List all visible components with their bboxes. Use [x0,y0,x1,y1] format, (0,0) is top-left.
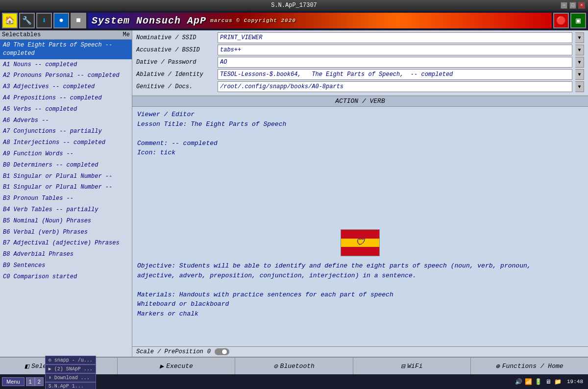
form-input-2[interactable] [218,57,572,68]
sidebar-item-a0[interactable]: A0 The Eight Parts of Speech -- complete… [0,40,132,59]
app-title-banner: System Nonsuch ApP marcus © Copyright 20… [88,13,552,28]
bottom-btn-3[interactable]: ⊟WiFi [353,358,471,374]
viewer-line-10 [137,215,583,225]
sidebar-list: A0 The Eight Parts of Speech -- complete… [0,40,132,283]
taskbar-menu-button[interactable]: Menu [2,377,24,386]
sidebar-header-me: Me [115,31,130,38]
viewer-header: Viewer / Editor [137,110,583,120]
form-input-arrow-4[interactable]: ▼ [575,81,584,92]
sidebar-item-a6[interactable]: A6 Adverbs -- [0,115,132,126]
viewer-line-2: Comment: -- completed [137,139,583,148]
scale-toggle[interactable] [215,348,229,355]
viewer-bottom-line-0: Objective: Students will be able to iden… [137,261,583,271]
sidebar-item-b9[interactable]: B9 Sentences [0,260,132,271]
viewer-line-6 [137,177,583,187]
form-input-arrow-3[interactable]: ▼ [575,69,584,80]
close-button[interactable]: × [578,2,585,9]
viewer-line-9 [137,205,583,215]
form-input-arrow-0[interactable]: ▼ [575,32,584,43]
taskbar-icon-3[interactable]: 🔋 [534,377,543,386]
sidebar-item-b4[interactable]: B4 Verb Tables -- partially [0,204,132,216]
sidebar-header-selectables: Selectables [2,31,115,38]
toolbar-icon-square[interactable]: ■ [71,13,86,28]
sidebar-item-b6[interactable]: B6 Verbal (verb) Phrases [0,227,132,238]
form-input-arrow-1[interactable]: ▼ [575,45,584,55]
sidebar-item-b7[interactable]: B7 Adjectival (adjective) Phrases [0,238,132,249]
sidebar-item-a3[interactable]: A3 Adjectives -- completed [0,81,132,93]
taskbar-item-1[interactable]: ▶ (2) SNApP ... [45,365,96,373]
spanish-flag: 🛡 [341,229,380,256]
toolbar-icon-blue[interactable]: ● [53,13,69,28]
toolbar-icon-home[interactable]: 🏠 [2,13,18,28]
form-label-4: Genitive / Docs. [136,83,215,90]
sidebar-item-a5[interactable]: A5 Verbs -- completed [0,104,132,115]
action-verb-bar[interactable]: ACTION / VERB [132,96,588,107]
toolbar-icon-right2[interactable]: ▣ [570,13,586,28]
sidebar-item-b5[interactable]: B5 Nominal (Noun) Phrases [0,216,132,227]
toolbar-icon-right1[interactable]: 🔴 [553,13,569,28]
viewer-bottom-line-3: Materials: Handouts with practice senten… [137,290,583,300]
bottom-btn-4[interactable]: ⊕Functions / Home [471,358,588,374]
app-title-text: System Nonsuch ApP [92,15,206,26]
taskbar-item-2[interactable]: ⬇ Download ... [45,373,96,382]
viewer-line-3: Icon: tick [137,148,583,158]
sidebar-item-b3[interactable]: B3 Pronoun Tables -- [0,193,132,204]
flag-container: 🛡 [137,229,583,256]
form-row-2: Dative / Password▼ [136,57,584,68]
sidebar-item-c0[interactable]: C0 Comparison started [0,271,132,283]
form-input-arrow-2[interactable]: ▼ [575,57,584,68]
form-row-0: Nominative / SSID▼ [136,32,584,43]
right-panel: Nominative / SSID▼Accusative / BSSID▼Dat… [132,30,588,357]
scale-value: 0 [207,348,211,355]
bottom-btn-2[interactable]: ⊙Bluetooth [235,358,353,374]
taskbar-items: ⊙ snapp - /u...▶ (2) SNApP ...⬇ Download… [45,356,96,389]
form-input-4[interactable] [218,81,572,92]
viewer-line-5 [137,167,583,177]
scale-toggle-knob [221,349,227,355]
form-label-1: Accusative / BSSID [136,47,215,53]
form-label-3: Ablative / Identity [136,71,215,78]
form-label-0: Nominative / SSID [136,34,215,41]
taskbar-icon-1[interactable]: 🔊 [514,377,523,386]
flag-yellow: 🛡 [341,239,379,247]
viewer-bottom-line-1: adjective, adverb, preposition, conjunct… [137,271,583,281]
taskbar-num-btn-2[interactable]: 2 [35,377,44,386]
taskbar-num-btn-1[interactable]: 1 [26,377,35,386]
taskbar-item-3[interactable]: S.N.ApP 1... [45,382,96,389]
viewer-content: Lesson Title: The Eight Parts of Speech … [137,120,583,225]
form-input-1[interactable] [218,45,572,55]
flag-red-bottom [341,247,379,256]
sidebar-item-b8[interactable]: B8 Adverbial Phrases [0,249,132,260]
sidebar: Selectables Me A0 The Eight Parts of Spe… [0,30,132,357]
viewer-line-7 [137,186,583,196]
sidebar-item-b0[interactable]: B0 Determiners -- completed [0,160,132,171]
taskbar-icon-5: 📁 [554,377,563,386]
toolbar-icon-tools[interactable]: 🔧 [19,13,35,28]
viewer-line-4 [137,158,583,168]
sidebar-item-a8[interactable]: A8 Interjections -- completed [0,137,132,148]
sidebar-item-b1b[interactable]: B1 Singular or Plural Number -- [0,182,132,193]
sidebar-item-a1[interactable]: A1 Nouns -- completed [0,59,132,71]
form-input-0[interactable] [218,32,572,43]
bottom-btn-1[interactable]: ▶Execute [118,358,235,374]
taskbar-sys-icons: 🔊 📶 🔋 🖥 📁 [514,377,563,386]
viewer-editor[interactable]: Viewer / Editor Lesson Title: The Eight … [132,107,588,346]
taskbar-num-buttons: 12 [26,377,44,386]
maximize-button[interactable]: □ [569,2,576,9]
taskbar-icon-2[interactable]: 📶 [524,377,533,386]
sidebar-item-a7[interactable]: A7 Conjunctions -- partially [0,126,132,137]
taskbar-item-0[interactable]: ⊙ snapp - /u... [45,356,96,365]
viewer-line-8 [137,196,583,206]
sidebar-item-b1a[interactable]: B1 Singular or Plural Number -- [0,171,132,182]
sidebar-item-a9[interactable]: A9 Function Words -- [0,148,132,160]
form-row-4: Genitive / Docs.▼ [136,81,584,92]
minimize-button[interactable]: − [561,2,567,9]
form-input-3[interactable] [218,69,572,80]
bottom-btn-label-3: WiFi [407,363,422,370]
form-row-3: Ablative / Identity▼ [136,69,584,80]
sidebar-item-a2[interactable]: A2 Pronouns Personal -- completed [0,70,132,81]
bottom-btn-icon-1: ▶ [160,362,164,370]
toolbar-icon-down[interactable]: ⬇ [36,13,52,28]
form-area: Nominative / SSID▼Accusative / BSSID▼Dat… [132,30,588,96]
sidebar-item-a4[interactable]: A4 Prepositions -- completed [0,93,132,104]
